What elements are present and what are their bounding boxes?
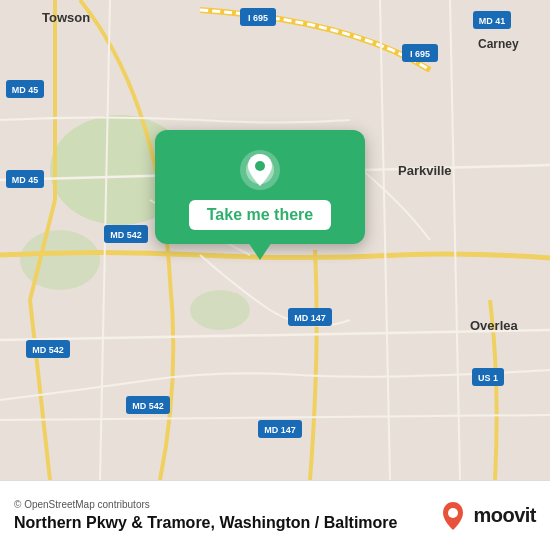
map-attribution: © OpenStreetMap contributors — [14, 499, 397, 510]
svg-point-42 — [255, 161, 265, 171]
svg-text:MD 542: MD 542 — [132, 401, 164, 411]
svg-text:Overlea: Overlea — [470, 318, 518, 333]
svg-text:MD 41: MD 41 — [479, 16, 506, 26]
svg-point-2 — [20, 230, 100, 290]
take-me-there-button[interactable]: Take me there — [189, 200, 331, 230]
svg-text:MD 542: MD 542 — [32, 345, 64, 355]
moovit-pin-icon — [437, 500, 469, 532]
footer-left: © OpenStreetMap contributors Northern Pk… — [14, 499, 397, 532]
location-title: Northern Pkwy & Tramore, Washington / Ba… — [14, 514, 397, 532]
svg-text:US 1: US 1 — [478, 373, 498, 383]
svg-point-43 — [448, 508, 458, 518]
map-container: I 695 I 695 MD 41 MD 45 MD 45 MD 542 MD … — [0, 0, 550, 480]
location-pin-icon — [238, 148, 282, 192]
svg-text:MD 45: MD 45 — [12, 175, 39, 185]
svg-text:I 695: I 695 — [410, 49, 430, 59]
svg-text:MD 147: MD 147 — [294, 313, 326, 323]
svg-text:Towson: Towson — [42, 10, 90, 25]
moovit-brand-text: moovit — [473, 504, 536, 527]
moovit-logo: moovit — [437, 500, 536, 532]
svg-text:Parkville: Parkville — [398, 163, 452, 178]
svg-point-3 — [190, 290, 250, 330]
svg-text:MD 542: MD 542 — [110, 230, 142, 240]
svg-text:Carney: Carney — [478, 37, 519, 51]
popup-card[interactable]: Take me there — [155, 130, 365, 244]
svg-text:MD 147: MD 147 — [264, 425, 296, 435]
svg-text:MD 45: MD 45 — [12, 85, 39, 95]
svg-text:I 695: I 695 — [248, 13, 268, 23]
footer-bar: © OpenStreetMap contributors Northern Pk… — [0, 480, 550, 550]
